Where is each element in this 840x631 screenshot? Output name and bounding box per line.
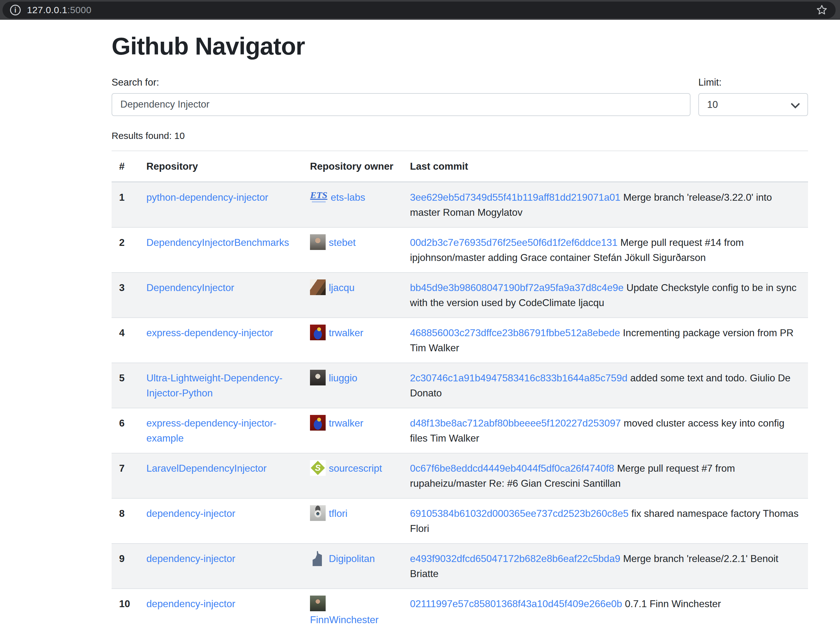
owner-link[interactable]: Digipolitan bbox=[329, 553, 375, 564]
commit-hash-link[interactable]: 00d2b3c7e76935d76f25ee50f6d1f2ef6ddce131 bbox=[410, 237, 617, 248]
search-input[interactable] bbox=[112, 93, 690, 116]
digipolitan-building-logo-icon bbox=[310, 550, 326, 566]
column-header-num: # bbox=[112, 151, 139, 182]
row-number: 8 bbox=[112, 498, 139, 544]
limit-select[interactable]: 10 bbox=[698, 93, 808, 116]
limit-label: Limit: bbox=[698, 77, 808, 88]
owner-link[interactable]: FinnWinchester bbox=[310, 614, 379, 625]
search-form: Search for: Limit: 10 bbox=[112, 77, 808, 116]
table-row: 10 dependency-injector FinnWinchester 02… bbox=[112, 589, 808, 631]
user-avatar bbox=[310, 280, 326, 295]
table-header-row: # Repository Repository owner Last commi… bbox=[112, 151, 808, 182]
row-number: 6 bbox=[112, 408, 139, 453]
table-row: 8 dependency-injector tflori 69105384b61… bbox=[112, 498, 808, 544]
user-avatar bbox=[310, 370, 326, 386]
page-title: Github Navigator bbox=[112, 31, 808, 62]
commit-hash-link[interactable]: bb45d9e3b98608047190bf72a95fa9a37d8c4e9e bbox=[410, 282, 624, 293]
table-row: 1 python-dependency-injector ETSets-labs… bbox=[112, 182, 808, 228]
repo-link[interactable]: DependencyInjectorBenchmarks bbox=[146, 237, 289, 248]
owner-link[interactable]: stebet bbox=[329, 237, 356, 248]
address-bar[interactable]: i 127.0.0.1:5000 bbox=[3, 2, 835, 19]
table-row: 5 Ultra-Lightweight-Dependency-Injector-… bbox=[112, 363, 808, 408]
user-avatar bbox=[310, 596, 326, 611]
results-table: # Repository Repository owner Last commi… bbox=[112, 150, 808, 631]
repo-link[interactable]: dependency-injector bbox=[146, 553, 235, 564]
bookmark-star-icon[interactable] bbox=[815, 3, 829, 17]
user-avatar bbox=[310, 415, 326, 430]
owner-link[interactable]: liuggio bbox=[329, 372, 357, 384]
sourcescript-diamond-logo-icon: S bbox=[310, 460, 326, 476]
search-label: Search for: bbox=[112, 77, 690, 88]
url-host: 127.0.0.1 bbox=[27, 5, 67, 15]
ets-labs-logo-icon: ETS bbox=[310, 190, 328, 204]
table-row: 4 express-dependency-injector trwalker 4… bbox=[112, 318, 808, 363]
table-row: 2 DependencyInjectorBenchmarks stebet 00… bbox=[112, 228, 808, 272]
page-content: Github Navigator Search for: Limit: 10 R… bbox=[0, 31, 840, 631]
info-circle-icon[interactable]: i bbox=[10, 5, 21, 15]
user-avatar bbox=[310, 505, 326, 521]
repo-link[interactable]: python-dependency-injector bbox=[146, 191, 268, 203]
row-number: 7 bbox=[112, 453, 139, 498]
browser-top-bar: i 127.0.0.1:5000 bbox=[0, 0, 840, 20]
user-avatar bbox=[310, 234, 326, 250]
repo-link[interactable]: express-dependency-injector bbox=[146, 327, 273, 338]
owner-link[interactable]: tflori bbox=[329, 508, 347, 519]
table-row: 3 DependencyInjector ljacqu bb45d9e3b986… bbox=[112, 272, 808, 318]
row-number: 2 bbox=[112, 228, 139, 272]
owner-link[interactable]: ljacqu bbox=[329, 282, 354, 293]
row-number: 5 bbox=[112, 363, 139, 408]
repo-link[interactable]: dependency-injector bbox=[146, 508, 235, 519]
repo-link[interactable]: DependencyInjector bbox=[146, 282, 234, 293]
commit-hash-link[interactable]: 0c67f6be8eddcd4449eb4044f5df0ca26f4740f8 bbox=[410, 463, 614, 474]
commit-hash-link[interactable]: d48f13be8ac712abf80bbeeee5f120227d253097 bbox=[410, 418, 621, 429]
owner-link[interactable]: trwalker bbox=[329, 418, 363, 429]
url-text[interactable]: 127.0.0.1:5000 bbox=[27, 5, 92, 15]
row-number: 1 bbox=[112, 182, 139, 228]
column-header-repository: Repository bbox=[139, 151, 302, 182]
table-row: 6 express-dependency-injector-example tr… bbox=[112, 408, 808, 453]
user-avatar bbox=[310, 324, 326, 340]
owner-link[interactable]: trwalker bbox=[329, 327, 363, 338]
row-number: 10 bbox=[112, 589, 139, 631]
table-row: 9 dependency-injector Digipolitan e493f9… bbox=[112, 544, 808, 589]
commit-message: 0.7.1 Finn Winchester bbox=[625, 598, 721, 609]
limit-select-wrap: 10 bbox=[698, 93, 808, 116]
repo-link[interactable]: express-dependency-injector-example bbox=[146, 418, 276, 444]
commit-hash-link[interactable]: 3ee629eb5d7349d55f41b119aff81dd219071a01 bbox=[410, 191, 621, 203]
commit-hash-link[interactable]: 2c30746c1a91b4947583416c833b1644a85c759d bbox=[410, 372, 627, 384]
commit-hash-link[interactable]: 02111997e57c85801368f43a10d45f409e266e0b bbox=[410, 598, 622, 609]
commit-hash-link[interactable]: 69105384b61032d000365ee737cd2523b260c8e5 bbox=[410, 508, 628, 519]
row-number: 3 bbox=[112, 272, 139, 318]
row-number: 9 bbox=[112, 544, 139, 589]
commit-hash-link[interactable]: 468856003c273dffce23b86791fbbe512a8ebede bbox=[410, 327, 620, 338]
repo-link[interactable]: LaravelDependencyInjector bbox=[146, 463, 267, 474]
repo-link[interactable]: dependency-injector bbox=[146, 598, 235, 609]
column-header-commit: Last commit bbox=[403, 151, 808, 182]
owner-link[interactable]: sourcescript bbox=[329, 463, 382, 474]
repo-link[interactable]: Ultra-Lightweight-Dependency-Injector-Py… bbox=[146, 372, 283, 399]
table-row: 7 LaravelDependencyInjector Ssourcescrip… bbox=[112, 453, 808, 498]
commit-hash-link[interactable]: e493f9032dfcd65047172b682e8b6eaf22c5bda9 bbox=[410, 553, 620, 564]
owner-link[interactable]: ets-labs bbox=[331, 191, 365, 203]
url-port: :5000 bbox=[67, 5, 92, 15]
column-header-owner: Repository owner bbox=[302, 151, 403, 182]
row-number: 4 bbox=[112, 318, 139, 363]
results-summary: Results found: 10 bbox=[112, 130, 808, 141]
